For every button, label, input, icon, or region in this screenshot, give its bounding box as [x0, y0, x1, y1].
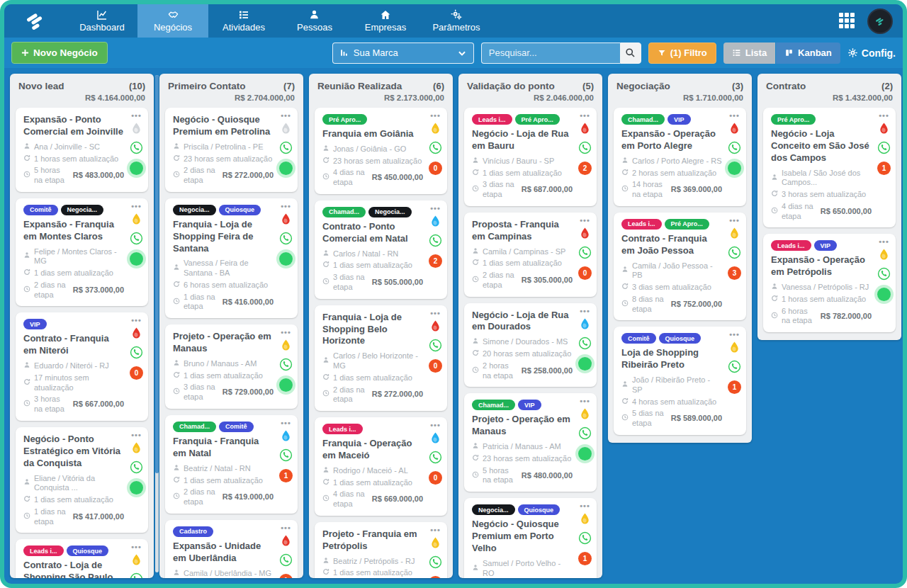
- menu-dots-icon[interactable]: •••: [430, 113, 441, 118]
- menu-dots-icon[interactable]: •••: [281, 203, 291, 209]
- whatsapp-icon[interactable]: [578, 246, 592, 262]
- menu-dots-icon[interactable]: •••: [879, 239, 889, 244]
- nav-tab-dashboard[interactable]: Dashboard: [67, 4, 137, 38]
- menu-dots-icon[interactable]: •••: [131, 203, 142, 209]
- card-title: Franquia em Goiânia: [322, 128, 423, 140]
- deal-card[interactable]: •••Expansão - Ponto Comercial em Joinvil…: [16, 108, 148, 192]
- whatsapp-icon[interactable]: [429, 451, 442, 467]
- whatsapp-icon[interactable]: [279, 232, 293, 248]
- deal-card[interactable]: •••Leads i...VIPExpansão - Operação em P…: [763, 234, 896, 332]
- apps-grid-icon[interactable]: [839, 13, 856, 30]
- whatsapp-icon[interactable]: [728, 360, 741, 376]
- deal-card[interactable]: •••1Pré Apro...Negócio - Loja Conceito e…: [763, 108, 896, 227]
- column-title: Negociação: [616, 81, 670, 91]
- card-updated: 1 dias sem atualização: [34, 268, 113, 278]
- menu-dots-icon[interactable]: •••: [430, 310, 441, 316]
- whatsapp-icon[interactable]: [728, 246, 741, 262]
- menu-dots-icon[interactable]: •••: [281, 420, 291, 426]
- user-avatar[interactable]: [867, 9, 893, 34]
- menu-dots-icon[interactable]: •••: [430, 205, 441, 211]
- menu-dots-icon[interactable]: •••: [879, 113, 889, 118]
- card-updated: 6 horas sem atualização: [184, 281, 268, 290]
- scrollbar-thumb[interactable]: [155, 75, 159, 473]
- nav-tab-negocios[interactable]: Negócios: [137, 4, 208, 38]
- menu-dots-icon[interactable]: •••: [131, 544, 142, 550]
- menu-dots-icon[interactable]: •••: [131, 432, 142, 438]
- whatsapp-icon[interactable]: [578, 426, 592, 443]
- whatsapp-icon[interactable]: [429, 339, 442, 355]
- column-scrollbar[interactable]: [155, 75, 159, 572]
- deal-card[interactable]: •••0Franquia - Loja de Shopping Belo Hor…: [315, 305, 447, 411]
- deal-card[interactable]: •••0Pré Apro...Franquia em GoiâniaJonas …: [315, 108, 447, 194]
- deal-card[interactable]: •••2Leads i...Pré Apro...Negócio - Loja …: [464, 108, 597, 206]
- deal-card[interactable]: •••Leads i...QuiosqueContrato - Loja de …: [16, 539, 148, 578]
- filter-button[interactable]: (1) Filtro: [648, 43, 716, 64]
- brand-select[interactable]: Sua Marca: [332, 43, 474, 64]
- app-logo[interactable]: [4, 4, 67, 38]
- deal-card[interactable]: •••Negócio - Ponto Estratégico em Vitóri…: [16, 427, 148, 533]
- whatsapp-icon[interactable]: [279, 358, 293, 374]
- menu-dots-icon[interactable]: •••: [281, 113, 291, 118]
- view-lista-button[interactable]: Lista: [723, 43, 775, 64]
- whatsapp-icon[interactable]: [130, 572, 143, 578]
- deal-card[interactable]: •••Chamad...VIPProjeto - Operação em Man…: [464, 393, 597, 492]
- tag-pill: Comitê: [621, 333, 656, 344]
- deal-card[interactable]: •••Negocia...QuiosqueFranquia - Loja de …: [165, 198, 298, 318]
- whatsapp-icon[interactable]: [279, 553, 293, 570]
- deal-card[interactable]: •••Negócio - Loja de Rua em DouradosSimo…: [464, 303, 597, 388]
- menu-dots-icon[interactable]: •••: [729, 332, 740, 337]
- deal-card[interactable]: •••1ComitêQuiosqueLoja de Shopping Ribei…: [614, 327, 746, 435]
- whatsapp-icon[interactable]: [130, 141, 143, 157]
- menu-dots-icon[interactable]: •••: [580, 308, 590, 314]
- deal-card[interactable]: •••Negócio - Quiosque Premium em Petroli…: [165, 108, 298, 192]
- whatsapp-icon[interactable]: [578, 141, 592, 157]
- menu-dots-icon[interactable]: •••: [580, 113, 590, 118]
- whatsapp-icon[interactable]: [279, 448, 293, 465]
- nav-tab-atividades[interactable]: Atividades: [208, 4, 279, 38]
- deal-card[interactable]: •••0Leads i...Franquia - Operação em Mac…: [315, 417, 447, 516]
- whatsapp-icon[interactable]: [130, 232, 143, 248]
- whatsapp-icon[interactable]: [429, 555, 442, 572]
- view-kanban-button[interactable]: Kanban: [776, 43, 840, 64]
- menu-dots-icon[interactable]: •••: [729, 113, 740, 118]
- deal-card[interactable]: •••0Proposta - Franquia em CampinasCamil…: [464, 213, 597, 297]
- nav-tab-pessoas[interactable]: Pessoas: [279, 4, 350, 38]
- deal-card[interactable]: •••1Chamad...ComitêFranquia - Franquia e…: [165, 415, 298, 514]
- card-updated: 2 horas sem atualização: [632, 169, 716, 179]
- whatsapp-icon[interactable]: [877, 141, 891, 157]
- nav-tab-empresas[interactable]: Empresas: [350, 4, 421, 38]
- whatsapp-icon[interactable]: [877, 267, 891, 283]
- deal-card[interactable]: •••ComitêNegocia...Expansão - Franquia e…: [16, 198, 148, 307]
- config-button[interactable]: Config.: [847, 47, 896, 59]
- deal-card[interactable]: •••1CadastroExpansão - Unidade em Uberlâ…: [165, 520, 298, 578]
- whatsapp-icon[interactable]: [279, 141, 293, 157]
- menu-dots-icon[interactable]: •••: [430, 527, 441, 533]
- menu-dots-icon[interactable]: •••: [131, 113, 142, 118]
- whatsapp-icon[interactable]: [578, 337, 592, 353]
- deal-card[interactable]: •••3Leads i...Pré Apro...Contrato - Fran…: [614, 213, 746, 321]
- menu-dots-icon[interactable]: •••: [131, 317, 142, 323]
- whatsapp-icon[interactable]: [130, 346, 143, 362]
- menu-dots-icon[interactable]: •••: [281, 525, 291, 531]
- search-button[interactable]: [620, 43, 641, 64]
- deal-card[interactable]: •••2Chamad...Negocia...Contrato - Ponto …: [315, 200, 447, 299]
- menu-dots-icon[interactable]: •••: [580, 503, 590, 509]
- new-deal-button[interactable]: Novo Negócio: [11, 42, 108, 64]
- menu-dots-icon[interactable]: •••: [580, 217, 590, 223]
- deal-card[interactable]: •••0Projeto - Franquia em PetrópolisBeat…: [315, 522, 447, 578]
- nav-tab-parametros[interactable]: Parâmetros: [421, 4, 492, 38]
- menu-dots-icon[interactable]: •••: [580, 398, 590, 404]
- search-input[interactable]: [481, 43, 620, 64]
- deal-card[interactable]: •••Chamad...VIPExpansão - Operação em Po…: [614, 108, 746, 206]
- whatsapp-icon[interactable]: [130, 460, 143, 477]
- whatsapp-icon[interactable]: [429, 141, 442, 157]
- menu-dots-icon[interactable]: •••: [281, 329, 291, 335]
- whatsapp-icon[interactable]: [578, 531, 592, 548]
- deal-card[interactable]: •••0VIPContrato - Franquia em NiteróiEdu…: [16, 312, 148, 421]
- whatsapp-icon[interactable]: [728, 141, 741, 157]
- menu-dots-icon[interactable]: •••: [430, 422, 441, 428]
- deal-card[interactable]: •••Projeto - Operação em ManausBruno / M…: [165, 324, 298, 409]
- deal-card[interactable]: •••1Negocia...QuiosqueNegócio - Quiosque…: [464, 498, 597, 578]
- menu-dots-icon[interactable]: •••: [729, 217, 740, 223]
- whatsapp-icon[interactable]: [429, 234, 442, 250]
